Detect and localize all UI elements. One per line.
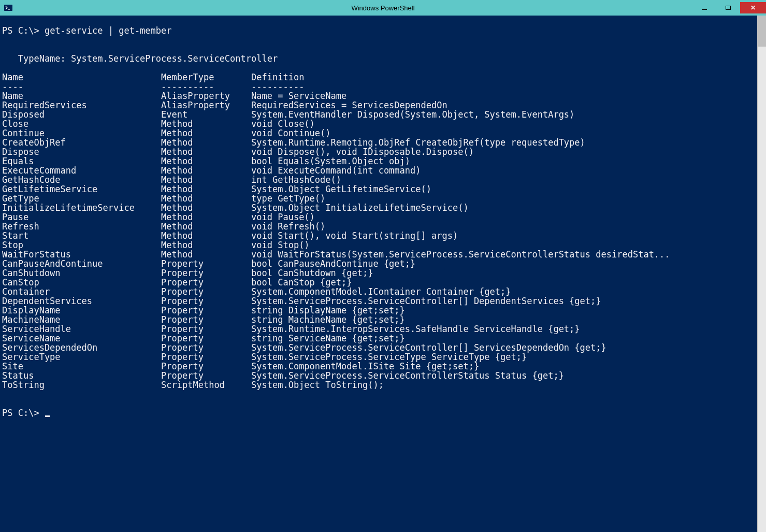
member-definition: System.ServiceProcess.ServiceControllerS…: [251, 371, 757, 380]
member-definition: System.ServiceProcess.ServiceType Servic…: [251, 352, 757, 362]
member-definition: System.ComponentModel.ISite Site {get;se…: [251, 362, 757, 371]
member-definition: System.Runtime.Remoting.ObjRef CreateObj…: [251, 138, 757, 147]
member-definition: void Refresh(): [251, 222, 757, 231]
member-definition: System.Object GetLifetimeService(): [251, 184, 757, 194]
member-name: ServiceName: [2, 334, 161, 343]
member-name: GetLifetimeService: [2, 184, 161, 194]
member-type: Method: [161, 194, 251, 203]
member-row: GetHashCodeMethodint GetHashCode(): [2, 175, 757, 184]
member-type: Property: [161, 371, 251, 380]
member-row: GetLifetimeServiceMethodSystem.Object Ge…: [2, 184, 757, 194]
member-type: Property: [161, 334, 251, 343]
minimize-icon: [702, 9, 707, 10]
member-type: Method: [161, 138, 251, 147]
member-row: InitializeLifetimeServiceMethodSystem.Ob…: [2, 203, 757, 212]
member-name: CanStop: [2, 278, 161, 287]
member-type: Property: [161, 259, 251, 268]
command-text: get-service | get-member: [45, 25, 172, 36]
member-name: Stop: [2, 240, 161, 250]
member-name: ServiceHandle: [2, 324, 161, 334]
scroll-thumb[interactable]: [758, 16, 766, 47]
window-title: Windows PowerShell: [351, 4, 414, 12]
close-button[interactable]: ✕: [740, 2, 766, 13]
member-definition: System.Runtime.InteropServices.SafeHandl…: [251, 324, 757, 334]
member-row: ServiceTypePropertySystem.ServiceProcess…: [2, 352, 757, 362]
member-row: RequiredServicesAliasPropertyRequiredSer…: [2, 100, 757, 110]
member-type: Method: [161, 156, 251, 166]
vertical-scrollbar[interactable]: [757, 16, 766, 532]
member-type: Method: [161, 240, 251, 250]
member-name: Container: [2, 287, 161, 296]
member-row: MachineNamePropertystring MachineName {g…: [2, 315, 757, 324]
divider-type: ----------: [161, 82, 251, 91]
window-controls: ✕: [692, 2, 766, 13]
member-definition: type GetType(): [251, 194, 757, 203]
member-row: DisplayNamePropertystring DisplayName {g…: [2, 306, 757, 315]
member-definition: void WaitForStatus(System.ServiceProcess…: [251, 250, 757, 259]
member-type: Method: [161, 250, 251, 259]
member-name: Close: [2, 119, 161, 128]
member-name: InitializeLifetimeService: [2, 203, 161, 212]
console-area: PS C:\> get-service | get-member TypeNam…: [0, 16, 766, 532]
member-definition: void Continue(): [251, 128, 757, 138]
member-definition: string ServiceName {get;set;}: [251, 334, 757, 343]
member-type: AliasProperty: [161, 91, 251, 100]
member-row: StatusPropertySystem.ServiceProcess.Serv…: [2, 371, 757, 380]
member-type: Method: [161, 119, 251, 128]
member-definition: System.ServiceProcess.ServiceController[…: [251, 296, 757, 306]
member-definition: void ExecuteCommand(int command): [251, 166, 757, 175]
member-name: Status: [2, 371, 161, 380]
member-row: GetTypeMethodtype GetType(): [2, 194, 757, 203]
member-row: CloseMethodvoid Close(): [2, 119, 757, 128]
member-row: StopMethodvoid Stop(): [2, 240, 757, 250]
member-row: DependentServicesPropertySystem.ServiceP…: [2, 296, 757, 306]
titlebar[interactable]: Windows PowerShell ✕: [0, 0, 766, 16]
maximize-icon: [726, 6, 731, 10]
divider-name: ----: [2, 82, 161, 91]
svg-rect-0: [4, 5, 12, 11]
minimize-button[interactable]: [692, 2, 716, 13]
member-type: Method: [161, 175, 251, 184]
member-name: ExecuteCommand: [2, 166, 161, 175]
member-type: Method: [161, 231, 251, 240]
header-def: Definition: [251, 73, 757, 82]
member-type: Method: [161, 212, 251, 222]
member-name: CanShutdown: [2, 268, 161, 278]
member-name: ServicesDependedOn: [2, 343, 161, 352]
powershell-icon: [4, 4, 12, 12]
member-name: RequiredServices: [2, 100, 161, 110]
member-row: SitePropertySystem.ComponentModel.ISite …: [2, 362, 757, 371]
member-type: Property: [161, 287, 251, 296]
member-name: Site: [2, 362, 161, 371]
typename-value: System.ServiceProcess.ServiceController: [71, 53, 278, 64]
maximize-button[interactable]: [716, 2, 740, 13]
member-definition: bool Equals(System.Object obj): [251, 156, 757, 166]
member-definition: Name = ServiceName: [251, 91, 757, 100]
member-definition: string DisplayName {get;set;}: [251, 306, 757, 315]
typename-label: TypeName:: [2, 53, 71, 64]
column-headers: NameMemberTypeDefinition: [2, 73, 757, 82]
member-name: Continue: [2, 128, 161, 138]
member-name: CreateObjRef: [2, 138, 161, 147]
member-definition: RequiredServices = ServicesDependedOn: [251, 100, 757, 110]
member-type: Property: [161, 306, 251, 315]
member-name: CanPauseAndContinue: [2, 259, 161, 268]
member-name: GetType: [2, 194, 161, 203]
cursor: [45, 415, 50, 417]
console-output[interactable]: PS C:\> get-service | get-member TypeNam…: [0, 16, 757, 532]
member-name: Dispose: [2, 147, 161, 156]
member-type: Event: [161, 110, 251, 119]
member-row: ExecuteCommandMethodvoid ExecuteCommand(…: [2, 166, 757, 175]
member-name: ServiceType: [2, 352, 161, 362]
member-definition: void Close(): [251, 119, 757, 128]
member-type: Method: [161, 203, 251, 212]
member-type: ScriptMethod: [161, 380, 251, 390]
header-name: Name: [2, 73, 161, 82]
member-type: Property: [161, 324, 251, 334]
member-row: ServiceHandlePropertySystem.Runtime.Inte…: [2, 324, 757, 334]
member-type: Property: [161, 362, 251, 371]
member-definition: System.ServiceProcess.ServiceController[…: [251, 343, 757, 352]
prompt: PS C:\>: [2, 408, 45, 418]
member-row: CanStopPropertybool CanStop {get;}: [2, 278, 757, 287]
member-definition: bool CanStop {get;}: [251, 278, 757, 287]
